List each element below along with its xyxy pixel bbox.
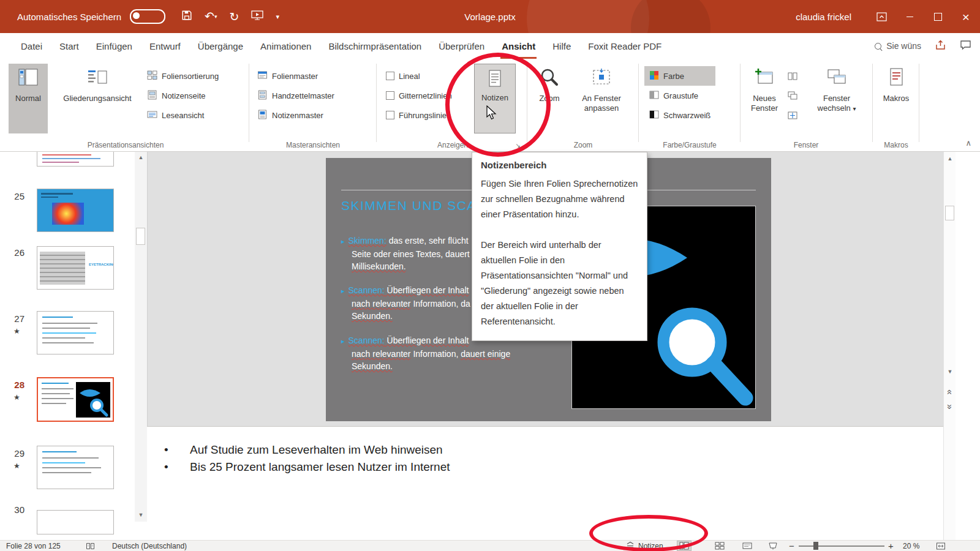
notes-page-button[interactable]: Notizenseite <box>147 86 219 105</box>
language-indicator[interactable]: Deutsch (Deutschland) <box>112 541 187 551</box>
zoom-slider-thumb[interactable] <box>813 542 818 550</box>
thumbnail-slide-28[interactable] <box>37 377 114 422</box>
customize-qat-icon[interactable]: ▾ <box>276 13 279 21</box>
notes-button[interactable]: Notizen <box>474 64 516 133</box>
slide-master-button[interactable]: Folienmaster <box>257 66 334 86</box>
scrollbar-thumb[interactable] <box>136 228 145 245</box>
scroll-down-icon[interactable]: ▼ <box>135 512 147 518</box>
blackwhite-button[interactable]: Schwarzweiß <box>644 105 715 125</box>
fit-to-window-button[interactable]: An Fenster anpassen <box>570 64 633 133</box>
thumb-decor <box>42 342 94 343</box>
view-normal-button[interactable] <box>677 541 692 551</box>
color-button[interactable]: Farbe <box>644 66 715 86</box>
undo-dropdown-icon[interactable]: ▾ <box>214 13 217 20</box>
scroll-down-icon[interactable]: ▼ <box>944 369 956 375</box>
thumbnail-slide-30-partial[interactable] <box>37 510 114 534</box>
handout-master-button[interactable]: Handzettelmaster <box>257 86 334 105</box>
close-button[interactable]: × <box>952 0 980 33</box>
tooltip-paragraph-2: Der Bereich wird unterhalb der aktuellen… <box>481 238 638 329</box>
cascade-windows-icon[interactable] <box>788 86 797 105</box>
thumbnail-scrollbar[interactable]: ▲ ▼ <box>135 152 147 522</box>
tab-einfuegen[interactable]: Einfügen <box>88 33 141 59</box>
zoom-out-button[interactable]: − <box>789 541 794 551</box>
ruler-checkbox[interactable]: Lineal <box>386 66 452 86</box>
thumbnail-slide-27[interactable] <box>37 311 114 354</box>
notes-master-button[interactable]: Notizenmaster <box>257 105 334 125</box>
slide-bullet-2[interactable]: ▸Scannen: Überfliegen der Inhalt nach re… <box>341 284 470 323</box>
group-zoom: Zoom An Fenster anpassen Zoom <box>529 59 637 151</box>
zoom-slider-track[interactable] <box>799 545 884 547</box>
view-reading-button[interactable] <box>740 541 755 551</box>
gridlines-checkbox-box[interactable] <box>386 91 394 100</box>
thumb-decor <box>41 197 58 198</box>
new-window-button[interactable]: Neues Fenster <box>745 64 784 133</box>
tab-bildschirmpraesentation[interactable]: Bildschirmpräsentation <box>320 33 430 59</box>
view-slide-sorter-button[interactable] <box>712 541 727 551</box>
minimize-button[interactable] <box>895 0 924 33</box>
grayscale-button[interactable]: Graustufe <box>644 86 715 105</box>
ruler-checkbox-box[interactable] <box>386 72 394 80</box>
guides-checkbox-box[interactable] <box>386 111 394 119</box>
comments-icon[interactable] <box>960 39 971 53</box>
reading-view-button[interactable]: Leseansicht <box>147 105 219 125</box>
note-line-1[interactable]: Auf Studie zum Leseverhalten im Web hinw… <box>190 443 443 457</box>
slide-sorter-button[interactable]: Foliensortierung <box>147 66 219 86</box>
thumbnail-partial-top[interactable] <box>37 152 114 167</box>
spell-check-icon[interactable] <box>86 541 95 551</box>
tab-start[interactable]: Start <box>51 33 88 59</box>
tab-datei[interactable]: Datei <box>12 33 51 59</box>
tab-ansicht[interactable]: Ansicht <box>493 33 544 59</box>
note-line-2[interactable]: Bis 25 Prozent langsamer lesen Nutzer im… <box>190 460 450 474</box>
thumbnail-slide-26[interactable]: EYETRACKING <box>37 246 114 290</box>
scroll-up-icon[interactable]: ▲ <box>135 154 147 160</box>
tab-foxit-reader-pdf[interactable]: Foxit Reader PDF <box>579 33 670 59</box>
zoom-button[interactable]: Zoom <box>532 64 567 133</box>
ribbon-display-options-icon[interactable] <box>867 0 895 33</box>
note-bullet-icon: • <box>164 460 168 474</box>
fit-slide-to-window-icon[interactable] <box>936 541 946 551</box>
scrollbar-thumb[interactable] <box>945 206 954 220</box>
gridlines-checkbox[interactable]: Gitternetzlinien <box>386 86 452 105</box>
speaker-notes-pane[interactable]: • Auf Studie zum Leseverhalten im Web hi… <box>147 426 943 540</box>
share-icon[interactable] <box>935 39 946 53</box>
tab-animationen[interactable]: Animationen <box>252 33 320 59</box>
thumb-heatmap-image <box>52 203 84 225</box>
outline-view-button[interactable]: Gliederungsansicht <box>50 64 145 133</box>
arrange-all-icon[interactable] <box>788 66 797 86</box>
scroll-up-icon[interactable]: ▲ <box>944 156 956 162</box>
zoom-in-button[interactable]: + <box>888 541 894 551</box>
start-presentation-icon[interactable] <box>251 10 263 24</box>
notes-toggle[interactable]: Notizen <box>626 541 663 551</box>
thumbnail-slide-25[interactable] <box>37 189 114 232</box>
autosave-toggle[interactable] <box>130 9 165 24</box>
save-icon[interactable] <box>181 10 192 24</box>
macros-button[interactable]: Makros <box>876 64 916 133</box>
slide-scrollbar[interactable]: ▲ ▼ « » <box>943 152 956 540</box>
tab-hilfe[interactable]: Hilfe <box>544 33 579 59</box>
thumbnail-slide-29[interactable] <box>37 446 114 489</box>
guides-checkbox[interactable]: Führungslinien <box>386 105 452 125</box>
slide-bullet-1[interactable]: ▸Skimmen: das erste, sehr flücht Seite o… <box>341 234 470 273</box>
zoom-level[interactable]: 20 % <box>903 541 919 551</box>
maximize-button[interactable] <box>924 0 952 33</box>
tab-entwurf[interactable]: Entwurf <box>141 33 189 59</box>
previous-slide-button[interactable]: « <box>945 388 956 397</box>
next-slide-button[interactable]: » <box>945 402 956 412</box>
collapse-ribbon-icon[interactable]: ∧ <box>965 138 971 148</box>
bullet-marker-icon: ▸ <box>341 287 345 294</box>
view-slideshow-button[interactable] <box>766 541 780 551</box>
normal-view-button[interactable]: Normal <box>9 64 48 133</box>
switch-window-button[interactable]: Fenster wechseln ▾ <box>807 64 866 133</box>
undo-icon[interactable]: ↶▾ <box>205 10 217 23</box>
tell-me-search[interactable]: Sie wüns <box>875 41 921 51</box>
tab-uebergaenge[interactable]: Übergänge <box>189 33 252 59</box>
slide-title[interactable]: SKIMMEN UND SCAN <box>341 198 487 213</box>
redo-icon[interactable]: ↻ <box>230 11 239 23</box>
move-split-icon[interactable] <box>788 105 797 125</box>
thumb-decor <box>42 158 100 159</box>
user-name[interactable]: claudia frickel <box>796 12 851 22</box>
tab-ueberpruefen[interactable]: Überprüfen <box>430 33 493 59</box>
show-dialog-launcher-icon[interactable]: ↘ <box>516 142 521 149</box>
slide-counter[interactable]: Folie 28 von 125 <box>6 541 61 551</box>
thumbnail-number: 29 <box>0 448 24 459</box>
